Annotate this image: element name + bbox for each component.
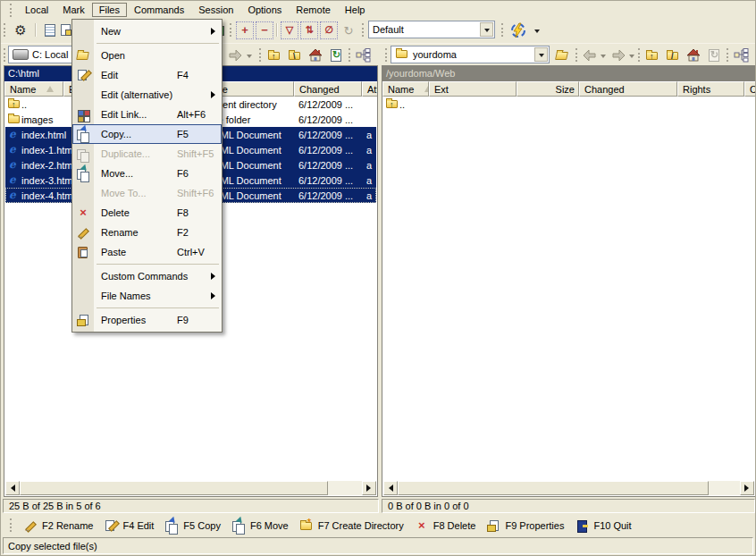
menubar-item-mark[interactable]: Mark [55,3,91,17]
forward-remote-dropdown-icon[interactable] [626,47,637,63]
menu-item-paste[interactable]: PasteCtrl+V [72,242,222,262]
fn-button-f8-delete[interactable]: ×F8 Delete [409,517,482,535]
fn-button-f6-move[interactable]: F6 Move [226,517,294,535]
menu-item-label: Paste [101,247,126,257]
forward-arrow-icon[interactable] [225,46,245,65]
menu-item-duplicate[interactable]: Duplicate...Shift+F5 [72,144,222,164]
home-directory-remote-icon[interactable] [684,46,703,65]
column-header-owner[interactable]: Owner [744,81,755,97]
session-preset-dropdown[interactable] [480,22,493,37]
scroll-left-button[interactable] [5,481,20,495]
menu-item-move-to[interactable]: Move To...Shift+F6 [72,183,222,203]
file-changed: 6/12/2009 ... [295,175,363,186]
menubar-item-help[interactable]: Help [338,3,373,17]
root-directory-remote-icon[interactable]: / [663,46,683,65]
fn-button-f9-properties[interactable]: F9 Properties [481,517,569,535]
menu-item-copy[interactable]: Copy...F5 [72,124,222,144]
select-plus-icon[interactable]: + [236,21,254,39]
menu-item-move[interactable]: Move...F6 [72,164,222,183]
column-header-name[interactable]: Name [4,81,63,97]
preferences-gear-icon[interactable]: ⚙ [11,21,30,40]
menubar-item-commands[interactable]: Commands [127,3,191,17]
menubar-item-session[interactable]: Session [191,3,240,17]
back-arrow-icon[interactable] [580,46,600,65]
menu-item-edit[interactable]: EditF4 [72,65,222,85]
remote-hscrollbar[interactable] [383,481,754,495]
cancel-icon[interactable]: ∅ [320,21,338,39]
fnbar-grip[interactable] [10,518,14,532]
home-directory-icon[interactable] [306,46,325,65]
menu-item-properties[interactable]: PropertiesF9 [72,310,222,330]
column-header-changed[interactable]: Changed [294,81,362,97]
refresh-remote-disabled-icon[interactable]: ↻ [704,46,724,65]
refresh-disabled-icon[interactable]: ↻ [340,22,357,38]
html-icon: e [7,189,21,203]
menu-item-rename[interactable]: ..RenameF2 [72,223,222,242]
toolbar2-grip7[interactable] [727,48,731,62]
menubar-item-remote[interactable]: Remote [289,3,338,17]
toolbar1-grip[interactable] [4,23,8,37]
local-hscrollbar[interactable] [5,481,376,495]
menubar-item-files[interactable]: Files [92,3,127,17]
filter-funnel-icon[interactable]: ▽ [281,21,298,39]
lightning-dropdown-icon[interactable] [532,22,542,38]
column-header-size[interactable]: Size [517,81,579,97]
menu-item-edit-link[interactable]: Edit Link...Alt+F6 [72,105,222,124]
file-row[interactable]: ↑.. [383,97,754,112]
menu-item-file-names[interactable]: File Names [72,286,222,306]
unselect-minus-icon[interactable]: − [256,21,273,39]
menu-item-delete[interactable]: ×DeleteF8 [72,203,222,223]
scroll-right-button[interactable] [362,481,376,495]
column-header-changed[interactable]: Changed [579,81,677,97]
column-header-label: Ext [434,84,449,96]
toolbar2-grip4[interactable] [385,48,390,62]
scroll-thumb[interactable] [20,481,328,495]
remote-path-title[interactable]: /yourdoma/Web [382,66,755,81]
fn-button-f7-create-directory[interactable]: *F7 Create Directory [294,517,409,535]
fn-button-f4-edit[interactable]: F4 Edit [98,517,159,535]
fn-button-f5-copy[interactable]: F5 Copy [159,517,226,535]
fn-button-f10-quit[interactable]: F10 Quit [569,517,636,535]
toolbar1-grip2[interactable] [230,23,234,37]
fn-button-f2-rename[interactable]: ..F2 Rename [18,517,98,535]
toolbar2-grip3[interactable] [349,48,353,62]
menu-item-edit-alternative[interactable]: Edit (alternative) [72,85,222,105]
tree-view-local-icon[interactable] [354,46,374,65]
menu-item-label: File Names [101,291,151,301]
refresh-local-icon[interactable]: ↻ [326,46,346,65]
scroll-right-button[interactable] [740,481,754,495]
synchronize-arrows-icon[interactable]: ⇅ [300,21,318,39]
parent-directory-icon[interactable]: ↑ [265,46,284,65]
menu-separator [97,264,219,265]
scroll-thumb[interactable] [398,481,709,495]
column-header-ext[interactable]: Ext [429,81,517,97]
menu-item-custom-commands[interactable]: Custom Commands [72,266,222,286]
column-header-attr[interactable]: Attr [362,81,377,97]
synchronize-lightning-icon[interactable] [507,21,530,40]
menu-item-label: Open [101,50,125,61]
remote-path-combo[interactable]: yourdoma [391,46,550,63]
column-header-rights[interactable]: Rights [677,81,744,97]
open-directory-icon[interactable] [552,46,572,65]
menubar-grip[interactable] [10,4,14,17]
parent-directory-remote-icon[interactable]: ↑ [643,46,662,65]
forward-dropdown-icon[interactable] [244,47,255,63]
duplicate-icon [76,147,90,161]
toolbar1-grip4[interactable] [501,23,506,37]
menu-item-open[interactable]: Open [72,46,222,65]
root-directory-icon[interactable]: \ [285,46,305,65]
toolbar1-grip3[interactable] [362,23,366,37]
column-header-name[interactable]: Name [382,81,429,97]
forward-arrow-remote-icon[interactable] [609,46,628,65]
tree-view-remote-icon[interactable] [732,46,752,65]
remote-path-dropdown[interactable] [534,47,548,62]
back-dropdown-icon[interactable] [598,47,609,63]
menubar-item-local[interactable]: Local [18,3,55,17]
scroll-left-button[interactable] [383,481,398,495]
session-preset-combo[interactable]: Default [368,21,495,38]
column-header-label: Attr [367,84,377,96]
menubar-item-options[interactable]: Options [240,3,289,17]
toolbar2-grip2[interactable] [259,48,264,62]
rename-icon: .. [76,225,90,240]
menu-item-new[interactable]: New [72,21,222,41]
